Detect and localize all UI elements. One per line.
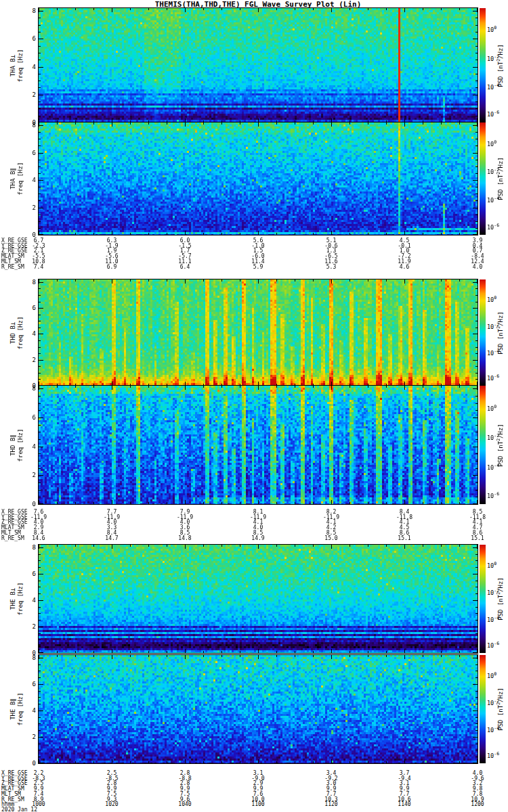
panel-name-label: THD B∥	[9, 428, 17, 461]
psd-axis-label: PSD [nT2/Hz]	[496, 157, 504, 200]
panel-axis-labels: THE B∥freq [Hz]	[9, 693, 24, 726]
ephemeris-value: 14.8	[165, 536, 205, 541]
freq-tick-label: 2	[25, 734, 36, 740]
freq-tick-label: 6	[25, 415, 36, 421]
freq-tick-label: 2	[25, 92, 36, 98]
psd-label-post: /Hz]	[497, 44, 504, 59]
date-label: 2020 Jan 12	[1, 807, 37, 812]
ephemeris-value: 5.9	[238, 265, 278, 270]
ephemeris-value: 5.3	[311, 265, 352, 270]
panel-name-label: THA B∥	[9, 162, 17, 196]
psd-label-block-tha-bperp: PSD [nT2/Hz]	[493, 8, 507, 122]
ephemeris-value: 6.4	[165, 265, 205, 270]
panel-axis-labels: THA B⊥freq [Hz]	[9, 49, 24, 82]
wave-survey-plot: THEMIS(THA,THD,THE) FGL Wave Survey Plot…	[0, 0, 508, 812]
freq-tick-label: 8	[25, 545, 36, 551]
colorbar-thd-bpar	[480, 386, 486, 504]
ephemeris-value: 14.7	[91, 536, 132, 541]
freq-tick-label: 0	[25, 761, 36, 767]
freq-tick-label: 4	[25, 177, 36, 183]
freq-axis-label: freq [Hz]	[17, 162, 24, 196]
psd-label-post: /Hz]	[497, 424, 504, 438]
spectrogram-the-bpar	[39, 655, 478, 763]
freq-axis-label: freq [Hz]	[17, 428, 24, 461]
colorbar-tha-bpar	[480, 122, 486, 235]
colorbar-the-bperp	[480, 545, 486, 653]
psd-label-pre: PSD [nT	[497, 61, 504, 87]
freq-tick-label: 6	[25, 681, 36, 687]
psd-label-post: /Hz]	[497, 577, 504, 592]
ephemeris-value: 14.9	[238, 536, 278, 541]
freq-axis-label: freq [Hz]	[17, 316, 24, 349]
freq-tick-label: 6	[25, 36, 36, 42]
psd-axis-label: PSD [nT2/Hz]	[496, 424, 504, 467]
freq-tick-label: 4	[25, 597, 36, 604]
psd-axis-label: PSD [nT2/Hz]	[496, 311, 504, 355]
spectrogram-frame-the-bperp	[38, 544, 478, 654]
freq-tick-label: 4	[25, 708, 36, 714]
psd-label-block-thd-bperp: PSD [nT2/Hz]	[493, 279, 507, 386]
spectrogram-tha-bperp	[39, 8, 478, 122]
spectrogram-frame-thd-bperp	[38, 279, 478, 386]
ephemeris-value: 1120	[311, 802, 352, 807]
freq-tick-label: 2	[25, 205, 36, 211]
freq-tick-label: 2	[25, 624, 36, 630]
psd-label-pre: PSD [nT	[497, 441, 504, 466]
freq-tick-label: 8	[25, 279, 36, 286]
psd-axis-label: PSD [nT2/Hz]	[496, 687, 504, 731]
freq-tick-label: 6	[25, 305, 36, 311]
psd-label-sup: 2	[496, 172, 501, 175]
panel-name-label: THD B⊥	[9, 316, 17, 349]
colorbar-the-bpar	[480, 655, 486, 763]
ephemeris-value: 1100	[238, 802, 278, 807]
psd-axis-label: PSD [nT2/Hz]	[496, 44, 504, 87]
psd-label-pre: PSD [nT	[497, 175, 504, 200]
ephemeris-value: 15.1	[384, 536, 425, 541]
colorbar-tha-bperp	[480, 8, 486, 122]
freq-tick-label: 4	[25, 64, 36, 70]
spectrogram-tha-bpar	[39, 122, 478, 235]
ephemeris-value: 15.1	[457, 536, 498, 541]
freq-tick-label: 4	[25, 331, 36, 337]
spectrogram-the-bperp	[39, 545, 478, 653]
psd-label-pre: PSD [nT	[497, 328, 504, 354]
freq-tick-label: 6	[25, 150, 36, 156]
psd-label-block-thd-bpar: PSD [nT2/Hz]	[493, 386, 507, 504]
panel-name-label: THA B⊥	[9, 49, 17, 82]
panel-axis-labels: THD B⊥freq [Hz]	[9, 316, 24, 349]
freq-tick-label: 4	[25, 444, 36, 450]
freq-tick-label: 2	[25, 472, 36, 478]
freq-tick-label: 8	[25, 8, 36, 14]
psd-label-pre: PSD [nT	[497, 705, 504, 731]
ephemeris-value: 1040	[165, 802, 205, 807]
ephemeris-value: 4.6	[384, 265, 425, 270]
ephemeris-value: 15.0	[311, 536, 352, 541]
spectrogram-frame-tha-bperp	[38, 7, 478, 123]
psd-label-sup: 2	[496, 58, 501, 61]
ephemeris-value: 1020	[91, 802, 132, 807]
freq-tick-label: 6	[25, 571, 36, 577]
panel-axis-labels: THE B⊥freq [Hz]	[9, 583, 24, 616]
freq-axis-label: freq [Hz]	[17, 583, 24, 616]
freq-axis-label: freq [Hz]	[17, 49, 24, 82]
spectrogram-thd-bperp	[39, 279, 478, 386]
freq-tick-label: 8	[25, 655, 36, 661]
spectrogram-frame-thd-bpar	[38, 385, 478, 505]
panel-name-label: THE B∥	[9, 693, 17, 726]
colorbar-thd-bperp	[480, 279, 486, 386]
spectrogram-frame-tha-bpar	[38, 122, 478, 235]
ephemeris-value: 4.0	[457, 265, 498, 270]
ephemeris-value: 1200	[457, 802, 498, 807]
freq-tick-label: 8	[25, 386, 36, 392]
psd-label-sup: 2	[496, 702, 501, 705]
panel-axis-labels: THA B∥freq [Hz]	[9, 162, 24, 196]
ephemeris-value: 1140	[384, 802, 425, 807]
spectrogram-frame-the-bpar	[38, 654, 478, 764]
psd-label-post: /Hz]	[497, 311, 504, 326]
freq-tick-label: 8	[25, 122, 36, 129]
freq-axis-label: freq [Hz]	[17, 693, 24, 726]
panel-name-label: THE B⊥	[9, 583, 17, 616]
panel-axis-labels: THD B∥freq [Hz]	[9, 428, 24, 461]
psd-label-block-the-bperp: PSD [nT2/Hz]	[493, 545, 507, 653]
psd-label-block-tha-bpar: PSD [nT2/Hz]	[493, 122, 507, 235]
